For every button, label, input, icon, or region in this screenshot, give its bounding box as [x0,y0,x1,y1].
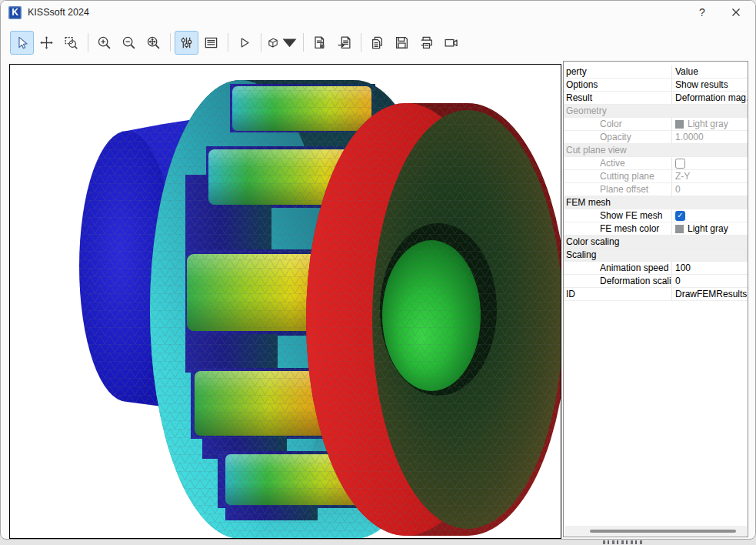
color-swatch[interactable] [675,225,684,233]
toolbar [1,24,755,61]
window-title: KISSsoft 2024 [28,7,89,18]
close-icon [731,8,741,17]
property-row-cutting-plane[interactable]: Cutting planeZ-Y [564,170,748,183]
save-icon [394,35,410,51]
zoom-window-icon [63,35,79,51]
property-label: Geometry [566,105,607,116]
zoom-out-icon [121,35,137,51]
toolbar-separator [361,33,361,52]
toolbar-button-save[interactable] [390,31,414,55]
property-value-cell[interactable]: Deformation mag… [671,92,748,104]
property-row-active[interactable]: Active [564,157,748,170]
property-row-opacity[interactable]: Opacity1.0000 [564,131,748,144]
fem-result-scene [10,65,561,538]
close-button[interactable] [723,1,749,24]
toolbar-button-report-view[interactable] [199,31,223,55]
color-swatch[interactable] [675,120,684,129]
property-value-cell[interactable]: ✓ [671,209,748,222]
dropdown-caret-icon[interactable] [281,35,298,51]
property-value-cell[interactable]: 1.0000 [671,131,748,143]
toolbar-button-display-settings[interactable] [175,31,198,55]
toolbar-button-pan-move[interactable] [35,31,58,55]
property-row-color-scaling[interactable]: Color scaling [564,236,748,249]
toolbar-separator [228,33,228,52]
toolbar-button-zoom-fit[interactable] [142,31,165,55]
property-row-options[interactable]: OptionsShow results [564,79,748,92]
view-cube-icon [266,35,280,51]
properties-panel: perty Value OptionsShow resultsResultDef… [563,61,748,537]
property-row-fem-mesh[interactable]: FEM mesh [564,196,748,209]
toolbar-separator [303,33,304,52]
document-lock-icon [311,35,328,51]
toolbar-button-print[interactable] [415,31,438,55]
property-value-cell[interactable]: 0 [671,183,748,196]
properties-header[interactable]: perty Value [564,65,748,79]
property-label: FE mesh color [600,223,659,234]
property-value: DrawFEMResults [675,289,747,299]
zoom-fit-icon [145,35,162,51]
property-row-id[interactable]: IDDrawFEMResults [564,288,748,301]
property-row-plane-offset[interactable]: Plane offset0 [564,183,748,196]
property-label: Animation speed (%) [600,262,671,273]
toolbar-button-record-video[interactable] [439,31,463,55]
background-window-text-sliver [603,540,643,544]
property-value-cell[interactable] [671,157,748,169]
property-value: 1.0000 [675,132,704,142]
property-value-cell[interactable]: Light gray [671,222,748,235]
property-label: Show FE mesh [600,210,662,221]
property-value-cell[interactable]: 100 [671,262,748,274]
property-label: Color scaling [566,236,619,247]
toolbar-separator [88,33,88,52]
property-row-show-fe-mesh[interactable]: Show FE mesh✓ [564,209,748,222]
checkbox-unchecked[interactable] [675,159,685,169]
toolbar-separator [261,33,261,52]
checkbox-checked[interactable]: ✓ [675,211,685,221]
property-value-cell[interactable]: Show results [671,79,748,91]
property-value: Z-Y [675,171,690,182]
report-view-icon [203,35,219,51]
property-value: Light gray [688,223,728,234]
property-value: Show results [675,79,728,90]
record-video-icon [443,35,459,51]
property-row-cut-plane-view[interactable]: Cut plane view [564,144,748,157]
property-label: Scaling [566,249,596,260]
toolbar-button-document-export[interactable] [332,31,356,55]
property-value: Deformation mag… [675,92,748,103]
document-export-icon [336,35,352,51]
property-label: Plane offset [600,184,648,195]
property-row-geometry[interactable]: Geometry [564,105,748,118]
property-value-cell[interactable]: Z-Y [671,170,748,182]
property-row-animation-speed[interactable]: Animation speed (%)100 [564,262,748,275]
scrollbar-thumb[interactable] [590,530,736,533]
toolbar-button-zoom-out[interactable] [117,31,141,55]
property-row-deformation-scaling[interactable]: Deformation scaling0 [564,275,748,288]
toolbar-button-play-animation[interactable] [232,31,256,55]
help-button[interactable]: ? [689,1,715,24]
property-row-scaling[interactable]: Scaling [564,249,748,262]
toolbar-button-document-lock[interactable] [308,31,331,55]
3d-viewport[interactable] [9,64,561,539]
property-value-cell[interactable]: 0 [671,275,748,287]
horizontal-scrollbar[interactable] [565,526,747,536]
pan-move-icon [38,35,55,51]
property-value-cell[interactable]: DrawFEMResults [671,288,748,300]
zoom-in-icon [96,35,112,51]
property-label: Cutting plane [600,171,654,182]
toolbar-button-zoom-window[interactable] [59,31,83,55]
property-row-fe-mesh-color[interactable]: FE mesh colorLight gray [564,222,748,236]
property-value-cell[interactable]: Light gray [671,118,748,130]
property-label: ID [566,289,575,299]
copy-icon [369,35,385,51]
property-label: Active [600,158,625,169]
toolbar-button-view-cube[interactable] [265,31,298,55]
toolbar-button-copy[interactable] [365,31,389,55]
property-row-color[interactable]: ColorLight gray [564,118,748,131]
property-label: Deformation scaling [600,276,671,286]
display-settings-icon [178,35,195,51]
property-value: 0 [675,184,681,195]
toolbar-button-select-cursor[interactable] [10,31,34,55]
property-row-result[interactable]: ResultDeformation mag… [564,92,748,105]
toolbar-button-zoom-in[interactable] [92,31,116,55]
property-label: Options [566,79,598,90]
title-bar[interactable]: K KISSsoft 2024 ? [1,1,755,24]
